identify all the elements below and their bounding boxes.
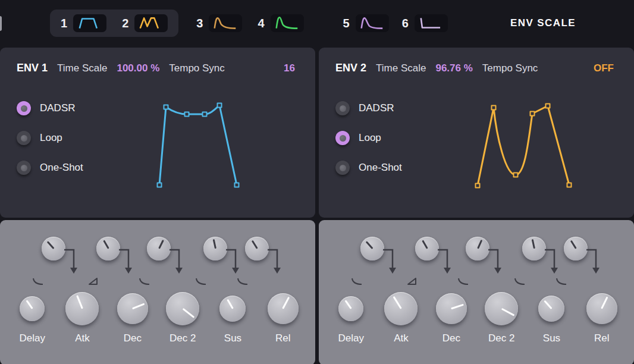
decay2-curve-knob[interactable] bbox=[203, 237, 227, 261]
knob-label: Dec 2 bbox=[170, 332, 196, 344]
time-scale-label: Time Scale bbox=[57, 62, 107, 74]
time-scale-value[interactable]: 100.00 % bbox=[117, 62, 159, 74]
routing-arrow-icon bbox=[437, 244, 456, 277]
time-scale-value[interactable]: 96.76 % bbox=[435, 62, 472, 74]
radio-icon[interactable] bbox=[17, 161, 31, 175]
envelope-curve bbox=[159, 105, 237, 185]
tab-number: 6 bbox=[402, 17, 409, 30]
curve-shape-icon bbox=[32, 277, 44, 285]
mode-label: Loop bbox=[40, 132, 62, 144]
envelope-point[interactable] bbox=[476, 184, 480, 188]
delay-knob[interactable] bbox=[20, 296, 45, 321]
tab-env-5[interactable]: 5 bbox=[343, 14, 389, 32]
radio-icon[interactable] bbox=[335, 101, 350, 115]
envelope-display[interactable] bbox=[145, 92, 251, 190]
sustain-knob[interactable] bbox=[538, 296, 564, 322]
release-curve-knob[interactable] bbox=[245, 237, 269, 261]
env1-main-knobs: Delay Atk Dec Dec 2 Sus bbox=[0, 290, 315, 344]
release-knob[interactable] bbox=[586, 293, 617, 324]
decay2-curve-knob[interactable] bbox=[522, 237, 546, 261]
time-scale-label: Time Scale bbox=[376, 62, 426, 74]
knob-label: Dec bbox=[442, 332, 460, 344]
delay-curve-knob[interactable] bbox=[42, 237, 65, 261]
tab-env-2[interactable]: 2 bbox=[122, 14, 168, 32]
env2-main-knobs: Delay Atk Dec Dec 2 Sus bbox=[319, 290, 634, 344]
tab-number: 4 bbox=[258, 17, 264, 30]
radio-icon[interactable] bbox=[17, 101, 31, 115]
envelope-curve bbox=[478, 106, 569, 186]
mode-one-shot[interactable]: One-Shot bbox=[17, 153, 121, 183]
release-knob[interactable] bbox=[268, 293, 299, 324]
decay-curve-knob[interactable] bbox=[466, 237, 489, 261]
knob-label: Dec bbox=[124, 332, 142, 344]
decay-knob[interactable] bbox=[436, 293, 467, 324]
mode-dadsr[interactable]: DADSR bbox=[17, 93, 121, 123]
panel-title: ENV 1 bbox=[17, 62, 48, 74]
radio-icon[interactable] bbox=[17, 131, 31, 145]
routing-arrow-icon bbox=[118, 244, 137, 277]
routing-arrow-icon bbox=[544, 244, 563, 277]
curve-shape-icon bbox=[555, 277, 567, 285]
envelope-point[interactable] bbox=[158, 183, 162, 187]
envelope-point[interactable] bbox=[546, 104, 550, 108]
decay-knob[interactable] bbox=[117, 293, 148, 324]
delay-knob[interactable] bbox=[338, 296, 363, 321]
radio-icon[interactable] bbox=[335, 161, 350, 175]
delay-curve-knob[interactable] bbox=[360, 237, 384, 261]
mode-one-shot[interactable]: One-Shot bbox=[335, 153, 440, 183]
env-tab-group-active: 1 2 bbox=[50, 10, 178, 37]
envelope-point[interactable] bbox=[567, 183, 572, 187]
envelope-point[interactable] bbox=[235, 183, 239, 187]
routing-arrow-icon bbox=[585, 244, 604, 277]
attack-curve-knob[interactable] bbox=[96, 237, 120, 261]
decay-knob-cell: Dec bbox=[426, 290, 476, 344]
envelope-point[interactable] bbox=[203, 112, 207, 117]
mode-loop[interactable]: Loop bbox=[335, 123, 440, 153]
sustain-knob[interactable] bbox=[219, 296, 246, 322]
knob-label: Sus bbox=[224, 332, 241, 344]
decay-curve-knob[interactable] bbox=[147, 237, 171, 261]
env-scale-label: ENV SCALE bbox=[510, 17, 576, 29]
attack-knob-cell: Atk bbox=[376, 290, 426, 344]
envelope-display[interactable] bbox=[464, 92, 578, 190]
tempo-sync-value[interactable]: 16 bbox=[284, 62, 295, 74]
tempo-sync-value[interactable]: OFF bbox=[594, 62, 614, 74]
decay2-knob[interactable] bbox=[166, 292, 199, 325]
env2-editor-card: ENV 2 Time Scale 96.76 % Tempo Sync OFF … bbox=[319, 48, 634, 218]
decay2-knob[interactable] bbox=[485, 292, 518, 325]
envelope-point[interactable] bbox=[492, 106, 496, 110]
mode-loop[interactable]: Loop bbox=[17, 123, 121, 153]
envelope-point[interactable] bbox=[164, 105, 168, 109]
attack-knob[interactable] bbox=[65, 292, 99, 325]
knob-label: Delay bbox=[338, 332, 363, 344]
tempo-sync-label: Tempo Sync bbox=[169, 62, 225, 74]
radio-icon[interactable] bbox=[335, 131, 350, 145]
knob-label: Delay bbox=[19, 332, 45, 344]
env1-knob-section: Delay Atk Dec Dec 2 Sus bbox=[0, 220, 315, 364]
envelope-panels: ENV 1 Time Scale 100.00 % Tempo Sync 16 … bbox=[0, 46, 634, 364]
knob-label: Rel bbox=[594, 332, 610, 344]
attack-curve-knob[interactable] bbox=[415, 237, 439, 261]
attack-knob-cell: Atk bbox=[57, 290, 107, 344]
envelope-point[interactable] bbox=[185, 112, 189, 117]
tab-env-1[interactable]: 1 bbox=[61, 14, 106, 32]
decay-knob-cell: Dec bbox=[108, 290, 158, 344]
knob-label: Sus bbox=[543, 332, 560, 344]
env1-header: ENV 1 Time Scale 100.00 % Tempo Sync 16 bbox=[0, 48, 315, 74]
attack-knob[interactable] bbox=[384, 292, 418, 325]
curve-shape-icon bbox=[195, 277, 207, 285]
linear-shape-icon bbox=[88, 277, 99, 285]
routing-arrow-icon bbox=[225, 244, 244, 277]
envelope-point[interactable] bbox=[514, 173, 518, 177]
linear-shape-icon bbox=[407, 277, 418, 285]
release-curve-knob[interactable] bbox=[564, 237, 588, 261]
tab-env-6[interactable]: 6 bbox=[402, 14, 448, 32]
sustain-knob-cell: Sus bbox=[208, 290, 258, 344]
tab-env-3[interactable]: 3 bbox=[196, 14, 242, 32]
envelope-point[interactable] bbox=[218, 103, 222, 108]
envelope-point[interactable] bbox=[531, 112, 535, 116]
mode-dadsr[interactable]: DADSR bbox=[335, 93, 440, 123]
tempo-sync-label: Tempo Sync bbox=[482, 62, 538, 74]
env2-panel: ENV 2 Time Scale 96.76 % Tempo Sync OFF … bbox=[319, 48, 634, 364]
tab-env-4[interactable]: 4 bbox=[258, 14, 303, 32]
